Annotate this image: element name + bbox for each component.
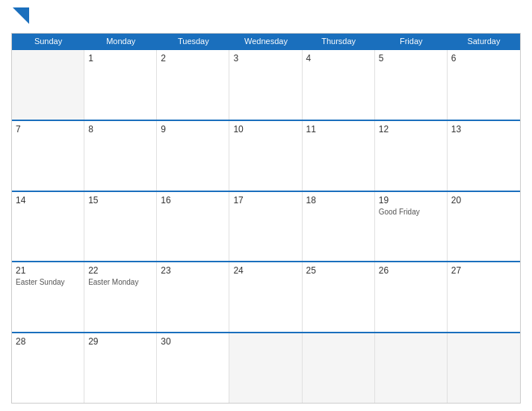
day-number: 11 — [306, 124, 371, 135]
day-number: 14 — [16, 195, 80, 206]
calendar-row: 123456 — [12, 49, 520, 120]
calendar-cell: 30 — [157, 333, 229, 403]
calendar-cell — [448, 333, 520, 403]
calendar-cell: 23 — [157, 262, 229, 332]
calendar-cell: 18 — [303, 192, 375, 262]
day-number: 21 — [16, 265, 80, 276]
day-number: 17 — [233, 195, 297, 206]
calendar-cell: 16 — [157, 192, 229, 262]
weekday-header: Monday — [84, 34, 157, 49]
calendar-row: 141516171819Good Friday20 — [12, 191, 520, 262]
day-number: 3 — [233, 53, 297, 64]
calendar-cell — [375, 333, 448, 403]
calendar-cell: 22Easter Monday — [84, 262, 157, 332]
day-number: 5 — [379, 53, 443, 64]
logo — [11, 7, 29, 27]
day-number: 1 — [88, 53, 152, 64]
day-number: 27 — [451, 265, 516, 276]
calendar-cell: 25 — [303, 262, 375, 332]
calendar-cell: 15 — [84, 192, 157, 262]
day-event: Easter Monday — [88, 278, 138, 286]
calendar-page: SundayMondayTuesdayWednesdayThursdayFrid… — [0, 0, 532, 411]
calendar-cell: 10 — [229, 121, 302, 191]
calendar-cell: 21Easter Sunday — [12, 262, 84, 332]
weekday-header: Saturday — [448, 34, 520, 49]
calendar-cell: 11 — [303, 121, 375, 191]
calendar-cell: 1 — [84, 50, 157, 120]
day-number: 22 — [88, 265, 152, 276]
calendar-row: 21Easter Sunday22Easter Monday2324252627 — [12, 261, 520, 332]
day-number: 25 — [306, 265, 371, 276]
day-number: 24 — [233, 265, 297, 276]
calendar-cell: 14 — [12, 192, 84, 262]
day-number: 9 — [161, 124, 225, 135]
calendar-cell: 7 — [12, 121, 84, 191]
day-number: 19 — [379, 195, 443, 206]
calendar-cell: 24 — [229, 262, 302, 332]
day-number: 16 — [161, 195, 225, 206]
weekday-header: Friday — [375, 34, 448, 49]
day-number: 18 — [306, 195, 371, 206]
calendar-cell: 26 — [375, 262, 448, 332]
day-number: 15 — [88, 195, 152, 206]
calendar-cell: 28 — [12, 333, 84, 403]
calendar-cell — [12, 50, 84, 120]
calendar-cell — [303, 333, 375, 403]
day-event: Good Friday — [379, 208, 420, 216]
calendar-cell: 3 — [229, 50, 302, 120]
day-number: 12 — [379, 124, 443, 135]
day-number: 8 — [88, 124, 152, 135]
calendar-cell: 5 — [375, 50, 448, 120]
day-number: 6 — [451, 53, 516, 64]
calendar-cell: 13 — [448, 121, 520, 191]
day-number: 7 — [16, 124, 80, 135]
calendar-cell: 2 — [157, 50, 229, 120]
day-number: 4 — [306, 53, 371, 64]
calendar-row: 78910111213 — [12, 120, 520, 191]
day-event: Easter Sunday — [16, 278, 65, 286]
svg-marker-0 — [13, 7, 29, 24]
day-number: 10 — [233, 124, 297, 135]
weekday-header: Tuesday — [157, 34, 229, 49]
day-number: 23 — [161, 265, 225, 276]
day-number: 2 — [161, 53, 225, 64]
calendar-body: 12345678910111213141516171819Good Friday… — [12, 49, 520, 403]
day-number: 26 — [379, 265, 443, 276]
day-number: 20 — [451, 195, 516, 206]
weekday-header: Thursday — [303, 34, 375, 49]
day-number: 29 — [88, 336, 152, 347]
logo-icon — [13, 7, 29, 24]
page-header — [11, 7, 521, 27]
day-number: 13 — [451, 124, 516, 135]
calendar-cell: 29 — [84, 333, 157, 403]
calendar-cell: 20 — [448, 192, 520, 262]
day-number: 30 — [161, 336, 225, 347]
calendar-cell: 6 — [448, 50, 520, 120]
calendar-cell: 9 — [157, 121, 229, 191]
calendar-cell: 17 — [229, 192, 302, 262]
calendar-cell: 19Good Friday — [375, 192, 448, 262]
calendar-cell: 4 — [303, 50, 375, 120]
calendar-cell: 8 — [84, 121, 157, 191]
weekday-header: Sunday — [12, 34, 84, 49]
weekday-header: Wednesday — [229, 34, 302, 49]
calendar-row: 282930 — [12, 332, 520, 403]
calendar: SundayMondayTuesdayWednesdayThursdayFrid… — [11, 33, 521, 404]
calendar-cell: 12 — [375, 121, 448, 191]
calendar-header: SundayMondayTuesdayWednesdayThursdayFrid… — [12, 34, 520, 49]
calendar-cell — [229, 333, 302, 403]
day-number: 28 — [16, 336, 80, 347]
calendar-cell: 27 — [448, 262, 520, 332]
